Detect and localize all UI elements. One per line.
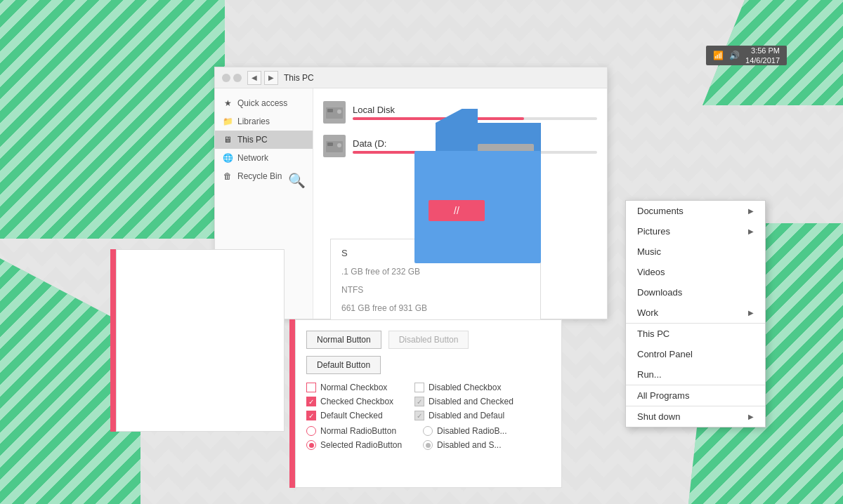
radio-disabled-selected-label: Disabled and S...	[437, 440, 501, 450]
menu-item-downloads[interactable]: Downloads	[626, 282, 765, 303]
menu-item-run[interactable]: Run...	[626, 364, 765, 385]
minimize-button[interactable]	[222, 74, 230, 82]
checkbox-normal-box	[306, 383, 316, 392]
wifi-icon: 📶	[713, 51, 724, 60]
menu-item-allprograms[interactable]: All Programs	[626, 385, 765, 406]
menu-item-music[interactable]: Music	[626, 241, 765, 262]
menu-label-documents: Documents	[637, 206, 684, 216]
folder-red-text: //	[454, 205, 459, 216]
checkbox-disabled-default: Disabled and Defaul	[414, 411, 514, 420]
svg-rect-1	[327, 109, 333, 112]
radio-disabled-selected: Disabled and S...	[423, 440, 507, 450]
checkbox-default[interactable]: Default Checked	[306, 411, 393, 420]
menu-label-downloads: Downloads	[637, 287, 682, 298]
nav-forward-button[interactable]: ▶	[264, 71, 278, 85]
svg-point-5	[337, 143, 341, 147]
sidebar-label-recyclebin: Recycle Bin	[237, 171, 282, 181]
checkbox-normal-label: Normal Checkbox	[320, 383, 387, 392]
svg-rect-4	[327, 142, 333, 146]
checkbox-default-label: Default Checked	[320, 411, 383, 420]
pink-bar-card	[110, 249, 116, 432]
menu-label-thispc: This PC	[637, 329, 669, 339]
menu-item-pictures[interactable]: Pictures ▶	[626, 221, 765, 241]
disabled-button: Disabled Button	[388, 331, 469, 349]
checkbox-disabled-default-label: Disabled and Defaul	[429, 411, 504, 420]
sidebar-label-quickaccess: Quick access	[237, 98, 287, 108]
pink-bar-left	[289, 319, 295, 488]
checkbox-disabled-default-box	[414, 411, 424, 420]
white-card	[116, 249, 285, 432]
menu-arrow-documents: ▶	[748, 207, 754, 215]
tray-datetime: 3:56 PM 14/6/2017	[745, 46, 780, 66]
nav-back-button[interactable]: ◀	[247, 71, 261, 85]
thispc-icon: 🖥	[222, 134, 233, 145]
menu-label-work: Work	[637, 307, 658, 318]
checkbox-checked-label: Checked Checkbox	[320, 397, 393, 406]
magnifier-cursor: 🔍	[288, 172, 306, 189]
quickaccess-icon: ★	[222, 98, 233, 109]
menu-arrow-shutdown: ▶	[748, 413, 754, 420]
folder-visual: //	[414, 109, 555, 312]
demo-buttons: Normal Button Disabled Button	[306, 331, 551, 349]
drive-d-icon	[323, 135, 346, 157]
radio-normal-circle	[306, 426, 316, 436]
radio-disabled-selected-circle	[423, 440, 433, 450]
menu-item-documents[interactable]: Documents ▶	[626, 201, 765, 221]
content-area: 📶 🔊 3:56 PM 14/6/2017 ◀ ▶ This PC ★ Quic…	[0, 0, 843, 504]
radios-enabled: Normal RadioButton Selected RadioButton	[306, 426, 402, 450]
checkbox-checked[interactable]: Checked Checkbox	[306, 397, 393, 406]
checkbox-disabled-label: Disabled Checkbox	[429, 383, 501, 392]
sidebar-label-libraries: Libraries	[237, 117, 270, 126]
radio-disabled-label: Disabled RadioB...	[437, 426, 507, 436]
menu-arrow-pictures: ▶	[748, 227, 754, 235]
sidebar-label-thispc: This PC	[237, 135, 268, 145]
radio-selected[interactable]: Selected RadioButton	[306, 440, 402, 450]
checkboxes-enabled: Normal Checkbox Checked Checkbox Default…	[306, 383, 393, 420]
checkbox-disabled-checked-label: Disabled and Checked	[429, 397, 514, 406]
drive-c-icon	[323, 101, 346, 124]
menu-label-videos: Videos	[637, 267, 665, 277]
window-titlebar: ◀ ▶ This PC	[215, 67, 607, 88]
menu-item-thispc[interactable]: This PC	[626, 323, 765, 344]
radio-normal[interactable]: Normal RadioButton	[306, 426, 402, 436]
titlebar-controls	[222, 74, 242, 82]
libraries-icon: 📁	[222, 116, 233, 127]
menu-item-shutdown[interactable]: Shut down ▶	[626, 406, 765, 427]
checkboxes-disabled: Disabled Checkbox Disabled and Checked D…	[414, 383, 514, 420]
sidebar-item-quickaccess[interactable]: ★ Quick access	[215, 94, 313, 112]
volume-icon: 🔊	[729, 51, 740, 60]
menu-label-controlpanel: Control Panel	[637, 349, 693, 359]
radio-selected-label: Selected RadioButton	[320, 440, 402, 450]
menu-label-run: Run...	[637, 369, 662, 380]
demo-checkboxes: Normal Checkbox Checked Checkbox Default…	[306, 383, 551, 420]
checkbox-normal[interactable]: Normal Checkbox	[306, 383, 393, 392]
sidebar-item-network[interactable]: 🌐 Network	[215, 149, 313, 167]
context-menu: Documents ▶ Pictures ▶ Music Videos Down…	[625, 200, 766, 427]
menu-item-videos[interactable]: Videos	[626, 262, 765, 282]
folder-red-tab: //	[429, 200, 485, 221]
normal-button[interactable]: Normal Button	[306, 331, 381, 349]
maximize-button[interactable]	[233, 74, 242, 82]
radio-disabled-circle	[423, 426, 433, 436]
sidebar-item-libraries[interactable]: 📁 Libraries	[215, 112, 313, 131]
demo-radios: Normal RadioButton Selected RadioButton …	[306, 426, 551, 450]
radio-selected-circle	[306, 440, 316, 450]
system-tray[interactable]: 📶 🔊 3:56 PM 14/6/2017	[706, 46, 787, 65]
default-button[interactable]: Default Button	[306, 356, 381, 374]
checkbox-checked-box	[306, 397, 316, 406]
radio-disabled: Disabled RadioB...	[423, 426, 507, 436]
menu-label-shutdown: Shut down	[637, 411, 680, 422]
window-title: This PC	[284, 73, 314, 83]
menu-item-work[interactable]: Work ▶	[626, 303, 765, 323]
checkbox-disabled: Disabled Checkbox	[414, 383, 514, 392]
tray-date: 14/6/2017	[745, 55, 780, 65]
menu-label-pictures: Pictures	[637, 226, 670, 237]
sidebar-item-thispc[interactable]: 🖥 This PC	[215, 131, 313, 149]
checkbox-disabled-checked: Disabled and Checked	[414, 397, 514, 406]
menu-item-controlpanel[interactable]: Control Panel	[626, 344, 765, 364]
menu-arrow-work: ▶	[748, 309, 754, 317]
ui-demo-panel: Normal Button Disabled Button Default Bu…	[295, 319, 562, 488]
titlebar-nav: ◀ ▶	[247, 71, 278, 85]
svg-point-2	[337, 110, 341, 114]
checkbox-disabled-box	[414, 383, 424, 392]
